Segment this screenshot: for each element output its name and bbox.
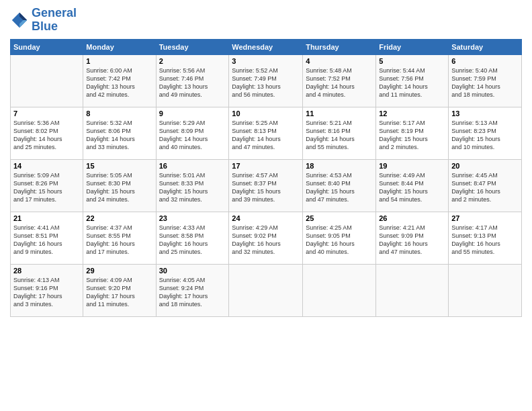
day-number: 11 xyxy=(306,109,373,118)
day-number: 30 xyxy=(159,267,226,275)
calendar-cell: 7Sunrise: 5:36 AM Sunset: 8:02 PM Daylig… xyxy=(11,107,83,159)
day-info: Sunrise: 4:09 AM Sunset: 9:20 PM Dayligh… xyxy=(86,276,152,309)
day-info: Sunrise: 4:29 AM Sunset: 9:02 PM Dayligh… xyxy=(232,224,300,257)
week-row-4: 21Sunrise: 4:41 AM Sunset: 8:51 PM Dayli… xyxy=(11,212,522,264)
calendar-cell xyxy=(11,54,83,107)
calendar-cell: 17Sunrise: 4:57 AM Sunset: 8:37 PM Dayli… xyxy=(229,159,303,212)
day-info: Sunrise: 4:17 AM Sunset: 9:13 PM Dayligh… xyxy=(451,224,519,257)
calendar-cell: 8Sunrise: 5:32 AM Sunset: 8:06 PM Daylig… xyxy=(83,107,156,159)
day-number: 28 xyxy=(13,267,80,275)
calendar-cell: 6Sunrise: 5:40 AM Sunset: 7:59 PM Daylig… xyxy=(449,54,522,107)
calendar-cell: 18Sunrise: 4:53 AM Sunset: 8:40 PM Dayli… xyxy=(303,159,376,212)
calendar-cell: 10Sunrise: 5:25 AM Sunset: 8:13 PM Dayli… xyxy=(229,107,303,159)
header-cell-wednesday: Wednesday xyxy=(229,39,303,54)
calendar-cell: 23Sunrise: 4:33 AM Sunset: 8:58 PM Dayli… xyxy=(156,212,229,264)
logo: General Blue xyxy=(10,7,77,34)
day-info: Sunrise: 5:05 AM Sunset: 8:30 PM Dayligh… xyxy=(86,171,152,204)
calendar-cell: 16Sunrise: 5:01 AM Sunset: 8:33 PM Dayli… xyxy=(156,159,229,212)
day-info: Sunrise: 4:21 AM Sunset: 9:09 PM Dayligh… xyxy=(379,224,445,257)
day-info: Sunrise: 5:56 AM Sunset: 7:46 PM Dayligh… xyxy=(159,66,226,99)
day-number: 29 xyxy=(86,267,152,275)
calendar-cell xyxy=(303,264,376,316)
day-number: 6 xyxy=(451,57,519,65)
day-info: Sunrise: 5:44 AM Sunset: 7:56 PM Dayligh… xyxy=(379,66,445,99)
day-info: Sunrise: 5:21 AM Sunset: 8:16 PM Dayligh… xyxy=(306,119,373,152)
day-info: Sunrise: 6:00 AM Sunset: 7:42 PM Dayligh… xyxy=(86,66,152,99)
day-info: Sunrise: 5:36 AM Sunset: 8:02 PM Dayligh… xyxy=(13,119,80,152)
header-cell-thursday: Thursday xyxy=(303,39,376,54)
day-info: Sunrise: 5:40 AM Sunset: 7:59 PM Dayligh… xyxy=(451,66,519,99)
calendar-cell: 19Sunrise: 4:49 AM Sunset: 8:44 PM Dayli… xyxy=(376,159,449,212)
day-number: 23 xyxy=(159,214,226,222)
day-info: Sunrise: 4:33 AM Sunset: 8:58 PM Dayligh… xyxy=(159,224,226,257)
calendar-cell: 22Sunrise: 4:37 AM Sunset: 8:55 PM Dayli… xyxy=(83,212,156,264)
day-number: 27 xyxy=(451,214,519,222)
calendar-cell: 3Sunrise: 5:52 AM Sunset: 7:49 PM Daylig… xyxy=(229,54,303,107)
day-number: 12 xyxy=(379,109,445,118)
day-info: Sunrise: 5:29 AM Sunset: 8:09 PM Dayligh… xyxy=(159,119,226,152)
day-info: Sunrise: 4:41 AM Sunset: 8:51 PM Dayligh… xyxy=(13,224,80,257)
calendar-cell xyxy=(229,264,303,316)
logo-icon xyxy=(10,11,29,30)
day-info: Sunrise: 4:53 AM Sunset: 8:40 PM Dayligh… xyxy=(306,171,373,204)
day-number: 25 xyxy=(306,214,373,222)
calendar-cell: 26Sunrise: 4:21 AM Sunset: 9:09 PM Dayli… xyxy=(376,212,449,264)
calendar-cell: 24Sunrise: 4:29 AM Sunset: 9:02 PM Dayli… xyxy=(229,212,303,264)
day-number: 24 xyxy=(232,214,300,222)
day-number: 1 xyxy=(86,57,152,65)
day-number: 3 xyxy=(232,57,300,65)
calendar-cell: 14Sunrise: 5:09 AM Sunset: 8:26 PM Dayli… xyxy=(11,159,83,212)
day-number: 15 xyxy=(86,162,152,170)
day-info: Sunrise: 5:13 AM Sunset: 8:23 PM Dayligh… xyxy=(451,119,519,152)
logo-text: General Blue xyxy=(32,7,77,34)
day-number: 9 xyxy=(159,109,226,118)
day-info: Sunrise: 5:01 AM Sunset: 8:33 PM Dayligh… xyxy=(159,171,226,204)
day-info: Sunrise: 5:32 AM Sunset: 8:06 PM Dayligh… xyxy=(86,119,152,152)
header-cell-friday: Friday xyxy=(376,39,449,54)
day-number: 18 xyxy=(306,162,373,170)
day-number: 4 xyxy=(306,57,373,65)
calendar-cell: 27Sunrise: 4:17 AM Sunset: 9:13 PM Dayli… xyxy=(449,212,522,264)
day-number: 14 xyxy=(13,162,80,170)
day-info: Sunrise: 5:09 AM Sunset: 8:26 PM Dayligh… xyxy=(13,171,80,204)
day-number: 21 xyxy=(13,214,80,222)
calendar-cell xyxy=(376,264,449,316)
day-number: 8 xyxy=(86,109,152,118)
header-cell-saturday: Saturday xyxy=(449,39,522,54)
calendar-cell: 4Sunrise: 5:48 AM Sunset: 7:52 PM Daylig… xyxy=(303,54,376,107)
day-number: 10 xyxy=(232,109,300,118)
day-info: Sunrise: 4:45 AM Sunset: 8:47 PM Dayligh… xyxy=(451,171,519,204)
day-info: Sunrise: 4:37 AM Sunset: 8:55 PM Dayligh… xyxy=(86,224,152,257)
header-cell-monday: Monday xyxy=(83,39,156,54)
day-info: Sunrise: 4:13 AM Sunset: 9:16 PM Dayligh… xyxy=(13,276,80,309)
day-number: 26 xyxy=(379,214,445,222)
calendar-cell: 15Sunrise: 5:05 AM Sunset: 8:30 PM Dayli… xyxy=(83,159,156,212)
calendar-cell: 20Sunrise: 4:45 AM Sunset: 8:47 PM Dayli… xyxy=(449,159,522,212)
day-info: Sunrise: 5:52 AM Sunset: 7:49 PM Dayligh… xyxy=(232,66,300,99)
header-cell-tuesday: Tuesday xyxy=(156,39,229,54)
calendar-cell: 21Sunrise: 4:41 AM Sunset: 8:51 PM Dayli… xyxy=(11,212,83,264)
week-row-1: 1Sunrise: 6:00 AM Sunset: 7:42 PM Daylig… xyxy=(11,54,522,107)
day-number: 16 xyxy=(159,162,226,170)
calendar-cell: 12Sunrise: 5:17 AM Sunset: 8:19 PM Dayli… xyxy=(376,107,449,159)
calendar-cell: 9Sunrise: 5:29 AM Sunset: 8:09 PM Daylig… xyxy=(156,107,229,159)
calendar-cell: 1Sunrise: 6:00 AM Sunset: 7:42 PM Daylig… xyxy=(83,54,156,107)
day-number: 22 xyxy=(86,214,152,222)
header: General Blue xyxy=(10,7,522,34)
day-info: Sunrise: 4:49 AM Sunset: 8:44 PM Dayligh… xyxy=(379,171,445,204)
day-number: 20 xyxy=(451,162,519,170)
calendar-cell: 25Sunrise: 4:25 AM Sunset: 9:05 PM Dayli… xyxy=(303,212,376,264)
calendar-table: SundayMondayTuesdayWednesdayThursdayFrid… xyxy=(10,39,522,317)
day-number: 19 xyxy=(379,162,445,170)
day-info: Sunrise: 5:17 AM Sunset: 8:19 PM Dayligh… xyxy=(379,119,445,152)
calendar-cell: 2Sunrise: 5:56 AM Sunset: 7:46 PM Daylig… xyxy=(156,54,229,107)
calendar-cell: 13Sunrise: 5:13 AM Sunset: 8:23 PM Dayli… xyxy=(449,107,522,159)
calendar-cell xyxy=(449,264,522,316)
day-info: Sunrise: 5:25 AM Sunset: 8:13 PM Dayligh… xyxy=(232,119,300,152)
day-number: 2 xyxy=(159,57,226,65)
week-row-3: 14Sunrise: 5:09 AM Sunset: 8:26 PM Dayli… xyxy=(11,159,522,212)
calendar-cell: 30Sunrise: 4:05 AM Sunset: 9:24 PM Dayli… xyxy=(156,264,229,316)
day-info: Sunrise: 5:48 AM Sunset: 7:52 PM Dayligh… xyxy=(306,66,373,99)
day-number: 13 xyxy=(451,109,519,118)
week-row-2: 7Sunrise: 5:36 AM Sunset: 8:02 PM Daylig… xyxy=(11,107,522,159)
